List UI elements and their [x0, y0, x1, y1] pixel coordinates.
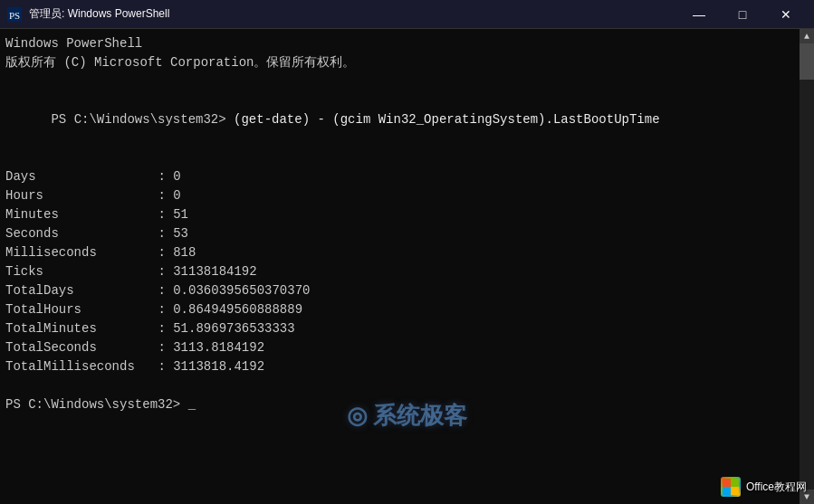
- output-label: Milliseconds: [5, 243, 150, 262]
- window-controls: — □ ✕: [678, 0, 807, 29]
- svg-text:PS: PS: [9, 10, 20, 21]
- office-icon: [721, 477, 741, 497]
- output-value: 0.864949560888889: [173, 302, 302, 317]
- svg-rect-12: [731, 479, 739, 487]
- window-body: Windows PowerShell 版权所有 (C) Microsoft Co…: [0, 29, 814, 504]
- output-label: TotalMilliseconds: [5, 357, 150, 376]
- output-row: TotalMinutes : 51.8969736533333: [5, 319, 794, 338]
- terminal-blank-2: [5, 148, 794, 167]
- output-value: 51: [173, 207, 188, 222]
- output-value: 3113818.4192: [173, 359, 264, 374]
- scrollbar[interactable]: ▲ ▼: [800, 29, 814, 504]
- output-row: Ticks : 31138184192: [5, 262, 794, 281]
- output-row: Hours : 0: [5, 186, 794, 205]
- svg-rect-11: [723, 479, 731, 487]
- output-label: TotalDays: [5, 281, 150, 300]
- output-label: TotalMinutes: [5, 319, 150, 338]
- title-bar: PS 管理员: Windows PowerShell — □ ✕: [0, 0, 814, 29]
- output-value: 51.8969736533333: [173, 321, 294, 336]
- terminal-line-2: 版权所有 (C) Microsoft Corporation。保留所有权利。: [5, 53, 794, 72]
- terminal-command: (get-date) - (gcim Win32_OperatingSystem…: [234, 112, 659, 127]
- output-value: 31138184192: [173, 264, 256, 279]
- terminal-line-1: Windows PowerShell: [5, 34, 794, 53]
- output-value: 0: [173, 169, 180, 184]
- output-row: TotalSeconds : 3113.8184192: [5, 338, 794, 357]
- output-row: TotalHours : 0.864949560888889: [5, 300, 794, 319]
- output-value: 818: [173, 245, 196, 260]
- output-value: 0: [173, 188, 180, 203]
- scroll-track[interactable]: [800, 43, 814, 490]
- output-value: 3113.8184192: [173, 340, 264, 355]
- maximize-button[interactable]: □: [722, 0, 763, 29]
- ps-prompt-1: PS C:\Windows\system32>: [51, 112, 234, 127]
- terminal-output[interactable]: Windows PowerShell 版权所有 (C) Microsoft Co…: [0, 29, 800, 504]
- terminal-prompt-2: PS C:\Windows\system32> _: [5, 395, 794, 414]
- scroll-thumb[interactable]: [800, 43, 814, 80]
- output-row: TotalMilliseconds : 3113818.4192: [5, 357, 794, 376]
- window-title: 管理员: Windows PowerShell: [29, 6, 169, 22]
- output-label: TotalHours: [5, 300, 150, 319]
- output-label: Ticks: [5, 262, 150, 281]
- output-rows: Days : 0Hours : 0Minutes : 51Seconds : 5…: [5, 167, 794, 376]
- output-row: Milliseconds : 818: [5, 243, 794, 262]
- terminal-blank-3: [5, 376, 794, 395]
- output-label: Days: [5, 167, 150, 186]
- output-row: Days : 0: [5, 167, 794, 186]
- minimize-button[interactable]: —: [678, 0, 720, 29]
- output-value: 0.0360395650370370: [173, 283, 310, 298]
- output-row: TotalDays : 0.0360395650370370: [5, 281, 794, 300]
- title-bar-left: PS 管理员: Windows PowerShell: [7, 6, 169, 22]
- close-button[interactable]: ✕: [765, 0, 807, 29]
- output-value: 53: [173, 226, 188, 241]
- output-label: Minutes: [5, 205, 150, 224]
- svg-rect-13: [723, 487, 731, 495]
- office-watermark: Office教程网: [721, 477, 807, 497]
- powershell-icon: PS: [7, 7, 22, 22]
- scroll-up-button[interactable]: ▲: [800, 29, 814, 43]
- office-label: Office教程网: [746, 480, 807, 495]
- svg-rect-14: [731, 487, 739, 495]
- terminal-command-line: PS C:\Windows\system32> (get-date) - (gc…: [5, 91, 794, 148]
- terminal-blank-1: [5, 72, 794, 91]
- output-label: TotalSeconds: [5, 338, 150, 357]
- output-row: Minutes : 51: [5, 205, 794, 224]
- output-label: Hours: [5, 186, 150, 205]
- output-row: Seconds : 53: [5, 224, 794, 243]
- output-label: Seconds: [5, 224, 150, 243]
